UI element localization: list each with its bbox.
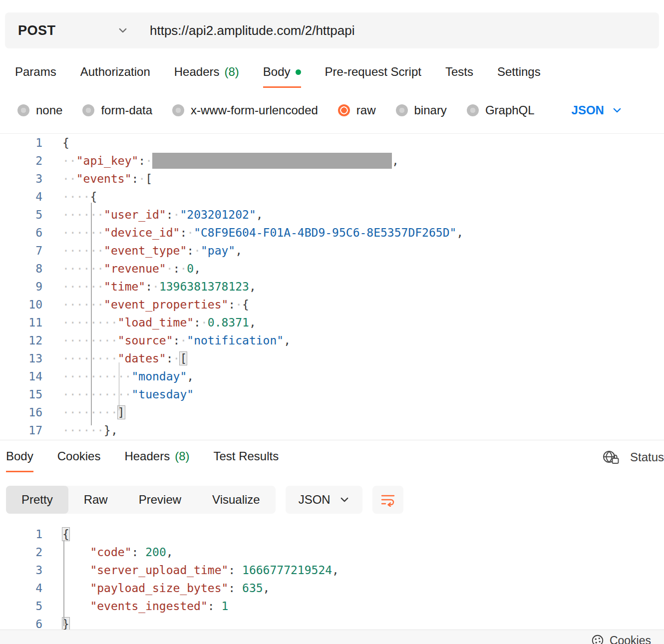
tab-label: Body (6, 449, 33, 463)
code-line-2: 2··"api_key":·, (0, 152, 664, 170)
line-number: 9 (0, 278, 42, 296)
code-line-1: 1{ (0, 134, 664, 152)
line-number: 1 (0, 525, 42, 543)
request-tab-params[interactable]: Params (15, 65, 56, 88)
radio-label: none (36, 103, 62, 117)
line-number: 13 (0, 349, 42, 367)
body-type-none[interactable]: none (17, 103, 62, 117)
tab-label: Body (263, 65, 291, 79)
request-url-bar: POST https://api2.amplitude.com/2/httpap… (5, 12, 659, 48)
radio-icon (17, 104, 29, 116)
url-input[interactable]: https://api2.amplitude.com/2/httpapi (138, 23, 354, 38)
line-number: 3 (0, 170, 42, 188)
line-number: 2 (0, 543, 42, 561)
radio-icon (467, 104, 479, 116)
indent-guide (63, 540, 64, 626)
line-number: 10 (0, 296, 42, 314)
code-line-4: 4····{ (0, 188, 664, 206)
response-tabs: BodyCookiesHeaders(8)Test Results Status (0, 449, 664, 472)
indent-guide (91, 203, 92, 425)
line-number: 14 (0, 367, 42, 385)
chevron-down-icon (118, 25, 128, 35)
postman-window: POST https://api2.amplitude.com/2/httpap… (0, 0, 664, 644)
request-tab-headers[interactable]: Headers(8) (174, 65, 239, 88)
line-number: 17 (0, 421, 42, 439)
response-tabs-list: BodyCookiesHeaders(8)Test Results (6, 449, 279, 472)
line-number: 11 (0, 314, 42, 331)
method-label: POST (18, 23, 56, 38)
response-body-editor[interactable]: 1{2 "code": 200,3 "server_upload_time": … (0, 525, 664, 630)
format-label: JSON (299, 493, 331, 507)
body-indicator-dot (296, 69, 301, 75)
line-number: 5 (0, 206, 42, 224)
wrap-lines-button[interactable] (372, 486, 403, 514)
radio-label: form-data (101, 103, 152, 117)
request-tab-authorization[interactable]: Authorization (80, 65, 150, 88)
request-body-editor[interactable]: 1{2··"api_key":·,3··"events":·[4····{5··… (0, 133, 664, 440)
view-mode-preview[interactable]: Preview (123, 486, 197, 514)
tab-label: Pre-request Script (325, 65, 421, 79)
cookies-label: Cookies (610, 634, 651, 644)
code-line-1: 1{ (0, 525, 664, 543)
request-tab-pre-request-script[interactable]: Pre-request Script (325, 65, 421, 88)
request-tabs: ParamsAuthorizationHeaders(8)BodyPre-req… (0, 65, 664, 88)
code-line-12: 12········"source":·"notification", (0, 331, 664, 349)
method-select[interactable]: POST (5, 23, 138, 38)
request-tab-settings[interactable]: Settings (497, 65, 541, 88)
tab-label: Cookies (57, 449, 101, 463)
line-number: 4 (0, 188, 42, 206)
tab-label: Headers (174, 65, 220, 79)
language-select[interactable]: JSON (572, 103, 622, 117)
code-line-14: 14··········"monday", (0, 367, 664, 385)
code-line-8: 8······"revenue"·:·0, (0, 260, 664, 278)
tab-label: Test Results (213, 449, 279, 463)
body-type-raw[interactable]: raw (338, 103, 376, 117)
view-mode-raw[interactable]: Raw (68, 486, 123, 514)
code-line-13: 13········"dates":·[ (0, 349, 664, 367)
radio-icon (338, 104, 350, 116)
view-mode-visualize[interactable]: Visualize (197, 486, 276, 514)
line-number: 7 (0, 242, 42, 260)
line-number: 4 (0, 579, 42, 597)
cookie-icon (591, 634, 605, 644)
code-line-17: 17······}, (0, 421, 664, 439)
code-line-11: 11········"load_time":·0.8371, (0, 314, 664, 331)
code-line-7: 7······"event_type":·"pay", (0, 242, 664, 260)
code-line-9: 9······"time":·1396381378123, (0, 278, 664, 296)
indent-guide (119, 362, 120, 410)
body-type-radios: noneform-datax-www-form-urlencodedrawbin… (17, 103, 535, 117)
radio-label: raw (356, 103, 376, 117)
response-tab-headers[interactable]: Headers(8) (124, 449, 189, 472)
network-icon[interactable] (602, 449, 619, 465)
response-meta: Status (602, 449, 664, 472)
wrap-lines-icon (380, 493, 396, 507)
radio-label: GraphQL (485, 103, 535, 117)
tab-count-badge: (8) (225, 65, 239, 79)
line-number: 15 (0, 385, 42, 403)
request-tab-body[interactable]: Body (263, 65, 301, 88)
radio-icon (172, 104, 184, 116)
view-mode-pretty[interactable]: Pretty (6, 486, 68, 514)
chevron-down-icon (339, 495, 349, 505)
chevron-down-icon (612, 105, 622, 115)
radio-label: binary (414, 103, 447, 117)
tab-label: Authorization (80, 65, 150, 79)
cookies-button[interactable]: Cookies (591, 634, 651, 644)
body-type-binary[interactable]: binary (396, 103, 447, 117)
view-mode-group: PrettyRawPreviewVisualize (6, 486, 276, 514)
body-type-form-data[interactable]: form-data (82, 103, 152, 117)
code-line-6: 6} (0, 615, 664, 630)
response-tab-cookies[interactable]: Cookies (57, 449, 101, 472)
body-type-x-www-form-urlencoded[interactable]: x-www-form-urlencoded (172, 103, 318, 117)
response-tab-test-results[interactable]: Test Results (213, 449, 279, 472)
radio-icon (396, 104, 408, 116)
response-tab-body[interactable]: Body (6, 449, 33, 472)
tab-label: Tests (445, 65, 473, 79)
line-number: 2 (0, 152, 42, 170)
format-select[interactable]: JSON (286, 486, 362, 514)
code-line-5: 5 "events_ingested": 1 (0, 597, 664, 615)
line-number: 3 (0, 561, 42, 579)
body-type-graphql[interactable]: GraphQL (467, 103, 535, 117)
code-line-16: 16········] (0, 403, 664, 421)
request-tab-tests[interactable]: Tests (445, 65, 473, 88)
